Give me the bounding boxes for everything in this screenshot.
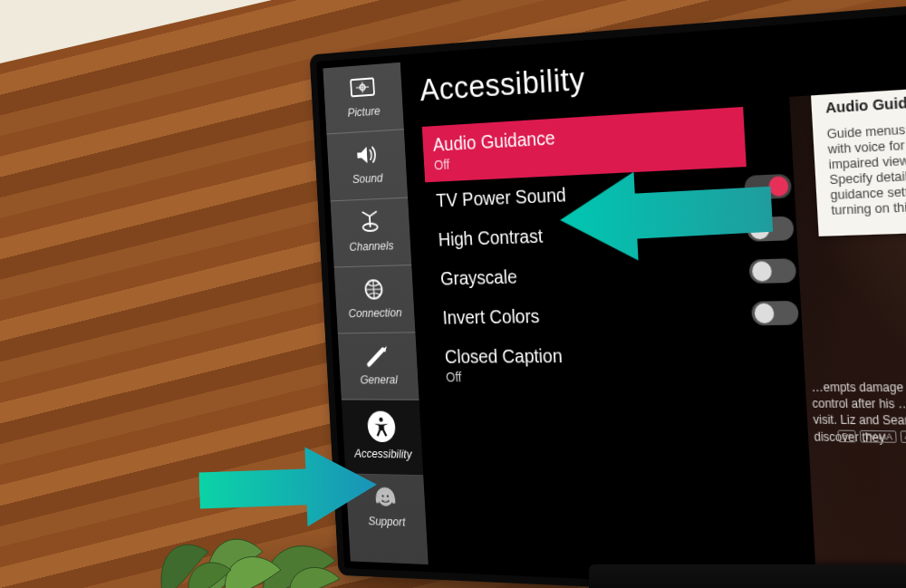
help-tooltip: Audio Guidance Guide menus and operation…: [810, 79, 906, 236]
channels-icon: [356, 210, 385, 235]
setting-title: Closed Caption: [444, 343, 746, 368]
tv-screen: Picture Sound Channels Connection: [316, 1, 906, 588]
annotation-arrow: [552, 159, 774, 270]
toggle-switch[interactable]: [748, 258, 796, 284]
svg-rect-14: [391, 497, 395, 504]
tooltip-body: Guide menus and operations with voice fo…: [826, 116, 906, 217]
setting-invert-colors[interactable]: Invert Colors: [431, 293, 756, 338]
badge: 5+: [838, 430, 857, 443]
annotation-arrow: [198, 441, 381, 535]
badge: 4K: [901, 430, 906, 443]
sound-icon: [352, 142, 381, 168]
picture-icon: [348, 75, 377, 101]
setting-closed-caption[interactable]: Closed Caption Off: [434, 334, 759, 394]
svg-point-9: [379, 418, 383, 422]
sidebar-item-picture[interactable]: Picture: [323, 63, 403, 135]
toggle-switch[interactable]: [751, 301, 799, 325]
sidebar-item-general[interactable]: General: [338, 333, 419, 401]
sidebar-label: Connection: [348, 306, 401, 320]
setting-subtitle: Off: [446, 369, 747, 385]
sidebar-label: General: [360, 373, 398, 386]
svg-line-5: [370, 216, 371, 227]
sidebar-item-channels[interactable]: Channels: [331, 198, 412, 267]
soundbar: [589, 564, 906, 588]
sidebar-item-sound[interactable]: Sound: [327, 130, 409, 201]
sidebar-label: Sound: [352, 172, 383, 187]
svg-line-3: [356, 87, 369, 88]
program-preview: Audio Guidance Guide menus and operation…: [789, 79, 906, 588]
general-icon: [363, 344, 392, 368]
setting-title: Invert Colors: [442, 302, 744, 329]
svg-line-6: [370, 211, 377, 216]
tooltip-title: Audio Guidance: [825, 88, 906, 116]
settings-panel: Accessibility Audio Guidance Off TV Powe…: [400, 10, 906, 588]
accessibility-icon: [367, 411, 396, 443]
sidebar-item-connection[interactable]: Connection: [334, 265, 416, 334]
sidebar-label: Picture: [347, 104, 381, 120]
connection-icon: [360, 277, 389, 302]
sidebar-label: Channels: [349, 239, 394, 254]
svg-line-7: [362, 211, 370, 216]
badge: TV-MA: [860, 430, 897, 443]
